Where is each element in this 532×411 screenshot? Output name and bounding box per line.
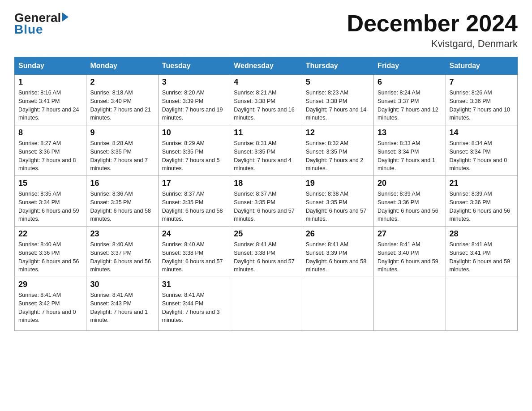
table-row: 7 Sunrise: 8:26 AMSunset: 3:36 PMDayligh… [446,75,517,125]
col-friday: Friday [374,57,446,75]
table-row: 24 Sunrise: 8:40 AMSunset: 3:38 PMDaylig… [158,227,230,277]
day-info: Sunrise: 8:26 AMSunset: 3:36 PMDaylight:… [450,90,511,121]
table-row: 28 Sunrise: 8:41 AMSunset: 3:41 PMDaylig… [446,227,517,277]
day-number: 24 [162,229,226,239]
day-number: 26 [306,229,370,239]
table-row: 31 Sunrise: 8:41 AMSunset: 3:44 PMDaylig… [158,277,230,331]
day-number: 29 [18,280,82,289]
day-info: Sunrise: 8:24 AMSunset: 3:37 PMDaylight:… [378,90,438,121]
location: Kvistgard, Denmark [347,38,518,50]
table-row: 25 Sunrise: 8:41 AMSunset: 3:38 PMDaylig… [230,227,302,277]
table-row: 30 Sunrise: 8:41 AMSunset: 3:43 PMDaylig… [86,277,158,331]
table-row: 18 Sunrise: 8:37 AMSunset: 3:35 PMDaylig… [230,176,302,227]
title-area: December 2024 Kvistgard, Denmark [347,11,518,50]
day-number: 28 [450,229,514,239]
day-info: Sunrise: 8:40 AMSunset: 3:36 PMDaylight:… [18,241,79,273]
day-number: 27 [378,229,442,239]
table-row: 15 Sunrise: 8:35 AMSunset: 3:34 PMDaylig… [15,176,86,227]
day-number: 19 [306,179,370,188]
table-row [230,277,302,331]
table-row: 3 Sunrise: 8:20 AMSunset: 3:39 PMDayligh… [158,75,230,125]
col-sunday: Sunday [15,57,86,75]
day-info: Sunrise: 8:37 AMSunset: 3:35 PMDaylight:… [234,191,295,222]
day-number: 15 [18,179,82,188]
day-info: Sunrise: 8:36 AMSunset: 3:35 PMDaylight:… [90,191,151,222]
table-row: 16 Sunrise: 8:36 AMSunset: 3:35 PMDaylig… [86,176,158,227]
day-number: 1 [18,77,82,87]
day-info: Sunrise: 8:40 AMSunset: 3:37 PMDaylight:… [90,241,151,273]
table-row [374,277,446,331]
day-info: Sunrise: 8:39 AMSunset: 3:36 PMDaylight:… [450,191,511,222]
day-info: Sunrise: 8:16 AMSunset: 3:41 PMDaylight:… [18,90,79,121]
table-row: 29 Sunrise: 8:41 AMSunset: 3:42 PMDaylig… [15,277,86,331]
table-row: 4 Sunrise: 8:21 AMSunset: 3:38 PMDayligh… [230,75,302,125]
day-info: Sunrise: 8:18 AMSunset: 3:40 PMDaylight:… [90,90,151,121]
logo: General Blue [14,11,69,37]
day-number: 3 [162,77,226,87]
table-row: 8 Sunrise: 8:27 AMSunset: 3:36 PMDayligh… [15,125,86,176]
day-info: Sunrise: 8:28 AMSunset: 3:35 PMDaylight:… [90,140,148,171]
table-row: 22 Sunrise: 8:40 AMSunset: 3:36 PMDaylig… [15,227,86,277]
table-row: 2 Sunrise: 8:18 AMSunset: 3:40 PMDayligh… [86,75,158,125]
day-number: 30 [90,280,154,289]
day-info: Sunrise: 8:37 AMSunset: 3:35 PMDaylight:… [162,191,223,222]
day-number: 6 [378,77,442,87]
day-info: Sunrise: 8:41 AMSunset: 3:42 PMDaylight:… [18,292,76,323]
day-number: 5 [306,77,370,87]
day-number: 11 [234,128,298,137]
day-number: 4 [234,77,298,87]
day-info: Sunrise: 8:32 AMSunset: 3:35 PMDaylight:… [306,140,364,171]
day-info: Sunrise: 8:40 AMSunset: 3:38 PMDaylight:… [162,241,223,273]
logo-blue-text: Blue [14,22,43,37]
table-row: 6 Sunrise: 8:24 AMSunset: 3:37 PMDayligh… [374,75,446,125]
day-info: Sunrise: 8:20 AMSunset: 3:39 PMDaylight:… [162,90,223,121]
table-row: 19 Sunrise: 8:38 AMSunset: 3:35 PMDaylig… [302,176,373,227]
table-row: 11 Sunrise: 8:31 AMSunset: 3:35 PMDaylig… [230,125,302,176]
table-row: 1 Sunrise: 8:16 AMSunset: 3:41 PMDayligh… [15,75,86,125]
col-tuesday: Tuesday [158,57,230,75]
month-title: December 2024 [347,11,518,36]
day-info: Sunrise: 8:31 AMSunset: 3:35 PMDaylight:… [234,140,292,171]
table-row: 13 Sunrise: 8:33 AMSunset: 3:34 PMDaylig… [374,125,446,176]
table-row: 5 Sunrise: 8:23 AMSunset: 3:38 PMDayligh… [302,75,373,125]
day-info: Sunrise: 8:29 AMSunset: 3:35 PMDaylight:… [162,140,220,171]
col-saturday: Saturday [446,57,517,75]
day-number: 17 [162,179,226,188]
calendar-table: Sunday Monday Tuesday Wednesday Thursday… [14,57,518,331]
header: General Blue December 2024 Kvistgard, De… [14,11,518,50]
day-info: Sunrise: 8:41 AMSunset: 3:38 PMDaylight:… [234,241,295,273]
day-number: 23 [90,229,154,239]
day-number: 22 [18,229,82,239]
col-thursday: Thursday [302,57,373,75]
day-number: 13 [378,128,442,137]
logo-triangle-icon [62,13,69,21]
day-info: Sunrise: 8:23 AMSunset: 3:38 PMDaylight:… [306,90,367,121]
day-number: 7 [450,77,514,87]
table-row [302,277,373,331]
table-row: 26 Sunrise: 8:41 AMSunset: 3:39 PMDaylig… [302,227,373,277]
day-info: Sunrise: 8:39 AMSunset: 3:36 PMDaylight:… [378,191,438,222]
day-info: Sunrise: 8:41 AMSunset: 3:39 PMDaylight:… [306,241,367,273]
day-number: 18 [234,179,298,188]
day-number: 25 [234,229,298,239]
day-info: Sunrise: 8:41 AMSunset: 3:41 PMDaylight:… [450,241,511,273]
day-info: Sunrise: 8:34 AMSunset: 3:34 PMDaylight:… [450,140,507,171]
day-info: Sunrise: 8:41 AMSunset: 3:43 PMDaylight:… [90,292,148,323]
day-number: 2 [90,77,154,87]
table-row: 27 Sunrise: 8:41 AMSunset: 3:40 PMDaylig… [374,227,446,277]
calendar-week-4: 22 Sunrise: 8:40 AMSunset: 3:36 PMDaylig… [15,227,518,277]
day-number: 12 [306,128,370,137]
day-info: Sunrise: 8:27 AMSunset: 3:36 PMDaylight:… [18,140,76,171]
calendar-week-1: 1 Sunrise: 8:16 AMSunset: 3:41 PMDayligh… [15,75,518,125]
day-number: 21 [450,179,514,188]
table-row: 17 Sunrise: 8:37 AMSunset: 3:35 PMDaylig… [158,176,230,227]
day-number: 8 [18,128,82,137]
table-row: 23 Sunrise: 8:40 AMSunset: 3:37 PMDaylig… [86,227,158,277]
col-wednesday: Wednesday [230,57,302,75]
day-number: 16 [90,179,154,188]
calendar-week-3: 15 Sunrise: 8:35 AMSunset: 3:34 PMDaylig… [15,176,518,227]
col-monday: Monday [86,57,158,75]
day-number: 31 [162,280,226,289]
day-info: Sunrise: 8:35 AMSunset: 3:34 PMDaylight:… [18,191,79,222]
day-number: 20 [378,179,442,188]
